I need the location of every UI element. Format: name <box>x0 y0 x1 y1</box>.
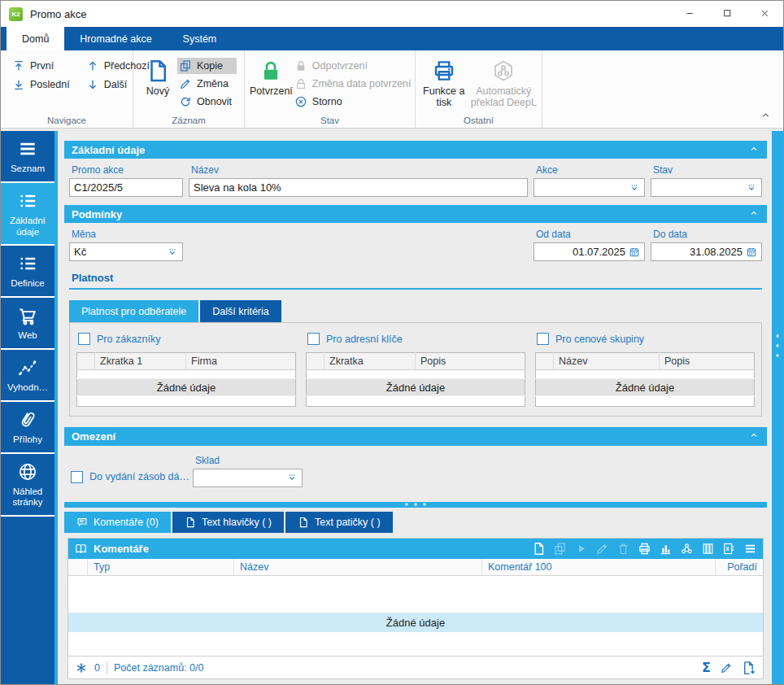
column-header[interactable]: Zkratka 1 <box>95 353 186 370</box>
column-header-nazev[interactable]: Název <box>234 559 482 575</box>
sidebar-item-nahled-stranky[interactable]: Náhled stránky <box>1 454 54 517</box>
platnost-tabs: Platnost pro odběratele Další kritéria <box>69 300 762 322</box>
last-record-button[interactable]: Poslední <box>11 76 75 93</box>
dropdown-icon[interactable] <box>167 247 178 258</box>
section-collapse-icon[interactable] <box>748 207 760 221</box>
snowflake-icon[interactable] <box>75 661 88 674</box>
chart-icon[interactable] <box>659 542 673 556</box>
column-header[interactable]: Název <box>554 353 660 370</box>
dropdown-icon[interactable] <box>629 182 640 194</box>
sidebar-item-definice[interactable]: Definice <box>1 246 54 298</box>
akce-dropdown[interactable] <box>534 178 645 197</box>
print-icon[interactable] <box>638 542 651 556</box>
dropdown-icon[interactable] <box>746 182 757 194</box>
adresni-klice-table[interactable]: ZkratkaPopis Žádné údaje <box>306 352 525 407</box>
confirm-button[interactable]: Potvrzení <box>250 55 293 111</box>
od-data-input[interactable]: 01.07.2025 <box>534 242 645 261</box>
ribbon-tab-system[interactable]: Systém <box>168 27 233 50</box>
new-button[interactable]: Nový <box>138 55 177 111</box>
section-collapse-icon[interactable] <box>748 430 760 443</box>
ribbon-tab-domu[interactable]: Domů <box>7 27 64 50</box>
grid-title: Komentáře <box>94 543 149 555</box>
deepl-icon <box>491 59 516 83</box>
maximize-button[interactable] <box>708 1 746 26</box>
sidebar-item-seznam[interactable]: Seznam <box>1 131 54 183</box>
vertical-scrollbar[interactable] <box>772 131 783 684</box>
refresh-button[interactable]: Obnovit <box>177 94 237 110</box>
sklad-dropdown[interactable] <box>193 469 303 487</box>
tab-text-paticky[interactable]: Text patičky ( ) <box>285 512 393 533</box>
section-header-podminky[interactable]: Podmínky <box>64 205 767 223</box>
list-detail-icon <box>17 190 38 212</box>
sidebar-item-vyhodnoceni[interactable]: Vyhodn… <box>1 350 54 402</box>
sidebar-item-web[interactable]: Web <box>1 298 54 350</box>
sum-icon[interactable]: Σ <box>702 660 711 675</box>
ribbon-group-ostatni: Funkce a tisk Automatický překlad DeepL … <box>416 50 542 128</box>
minimize-button[interactable] <box>671 1 708 26</box>
relations-icon[interactable] <box>680 542 694 556</box>
button-label: Funkce a tisk <box>420 85 468 109</box>
sidebar-item-label: Náhled stránky <box>2 486 53 509</box>
button-label: Poslední <box>30 79 70 90</box>
ribbon-collapse-button[interactable] <box>760 109 772 124</box>
grid-body[interactable]: Žádné údaje <box>68 576 763 656</box>
empty-row <box>77 396 296 407</box>
do-vydani-zasob-checkbox[interactable] <box>71 471 83 483</box>
column-header-typ[interactable]: Typ <box>88 559 234 575</box>
grid-title-bar: Komentáře <box>68 539 763 559</box>
sidebar-item-zakladni-udaje[interactable]: Základní údaje <box>1 183 54 247</box>
column-header[interactable]: Firma <box>186 353 296 370</box>
arrow-to-bottom-icon <box>12 78 25 91</box>
nazev-input[interactable]: Sleva na kola 10% <box>189 178 528 197</box>
calendar-icon[interactable] <box>629 247 640 258</box>
button-label: Storno <box>312 96 342 107</box>
tab-dalsi-kriteria[interactable]: Další kritéria <box>200 300 281 322</box>
checkbox-label: Do vydání zásob dá… <box>89 471 189 482</box>
functions-print-button[interactable]: Funkce a tisk <box>420 55 468 111</box>
first-record-button[interactable]: První <box>11 58 75 74</box>
column-header[interactable]: Zkratka <box>324 353 416 370</box>
printer-icon <box>432 59 456 83</box>
platnost-heading: Platnost <box>72 272 762 284</box>
cenove-skupiny-table[interactable]: NázevPopis Žádné údaje <box>535 352 755 407</box>
column-header-komentar[interactable]: Komentář 100 <box>482 559 716 575</box>
sidebar-item-prilohy[interactable]: Přílohy <box>1 402 54 454</box>
tab-platnost-pro-odberatele[interactable]: Platnost pro odběratele <box>69 300 198 322</box>
cancel-button[interactable]: Storno <box>293 94 416 110</box>
frozen-count: 0 <box>94 662 100 674</box>
button-label: Změna <box>197 78 229 89</box>
stav-dropdown[interactable] <box>651 178 762 197</box>
section-header-omezeni[interactable]: Omezení <box>64 427 767 445</box>
close-button[interactable] <box>746 1 783 26</box>
zakaznici-table[interactable]: Zkratka 1Firma Žádné údaje <box>76 352 296 407</box>
mena-dropdown[interactable]: Kč <box>69 242 183 261</box>
column-header[interactable]: Popis <box>660 353 755 370</box>
calendar-icon[interactable] <box>746 247 757 258</box>
pro-cenove-skupiny-checkbox[interactable] <box>537 333 549 345</box>
promo-akce-value: C1/2025/5 <box>74 181 178 194</box>
add-page-icon[interactable] <box>742 661 756 675</box>
ribbon-tab-hromadne-akce[interactable]: Hromadné akce <box>64 27 167 50</box>
section-header-zakladni-udaje[interactable]: Základní údaje <box>64 141 767 159</box>
new-record-icon[interactable] <box>532 542 546 556</box>
excel-export-icon[interactable] <box>722 542 736 556</box>
change-button[interactable]: Změna <box>177 76 237 92</box>
pro-zakazniky-checkbox[interactable] <box>78 333 90 345</box>
tab-komentare[interactable]: Komentáře (0) <box>64 512 171 533</box>
arrow-to-top-icon <box>12 59 25 72</box>
promo-akce-input[interactable]: C1/2025/5 <box>69 178 183 197</box>
grid-menu-icon[interactable] <box>743 542 757 556</box>
horizontal-splitter[interactable] <box>64 502 767 508</box>
button-label: Obnovit <box>197 96 232 107</box>
edit-note-icon[interactable] <box>720 661 733 674</box>
section-collapse-icon[interactable] <box>748 143 760 157</box>
pro-adresni-klice-checkbox[interactable] <box>307 333 320 345</box>
columns-icon[interactable] <box>701 542 715 556</box>
do-data-input[interactable]: 31.08.2025 <box>651 242 762 261</box>
column-header[interactable]: Popis <box>416 353 525 370</box>
tab-text-hlavicky[interactable]: Text hlavičky ( ) <box>172 512 284 533</box>
column-header-poradi[interactable]: Pořadí <box>716 559 763 575</box>
copy-button[interactable]: Kopie <box>177 58 237 74</box>
dropdown-icon[interactable] <box>286 472 298 483</box>
do-data-value: 31.08.2025 <box>656 246 743 258</box>
